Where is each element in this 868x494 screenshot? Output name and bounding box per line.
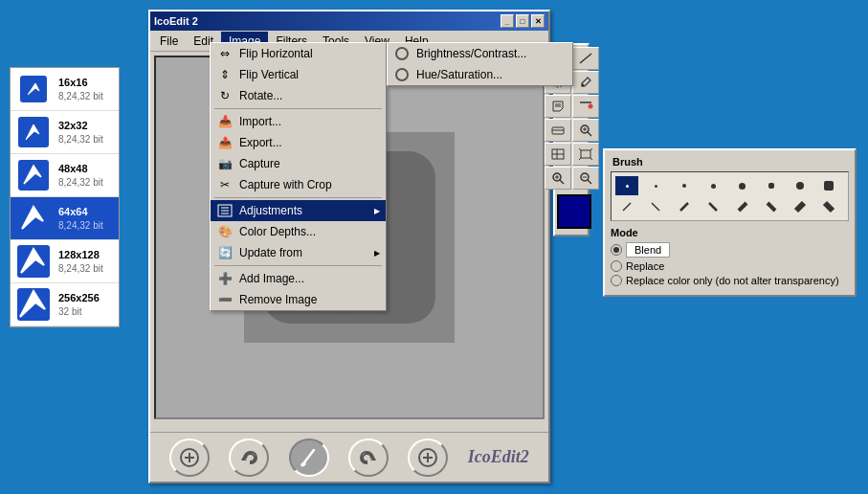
svg-line-41 [590,148,592,150]
update-from-icon: 🔄 [216,245,234,260]
icon-thumb-32 [16,115,51,149]
brush-cell-15[interactable] [817,197,840,216]
brush-tool-button[interactable] [289,438,329,477]
sep3 [214,265,382,266]
mode-replace-color-option[interactable]: Replace color only (do not alter transpa… [611,275,849,286]
brush-cell-7[interactable] [817,176,840,195]
import-icon: 📥 [216,114,234,129]
dropper-tool[interactable] [572,71,599,94]
grid-tool[interactable] [545,143,571,166]
brush-cell-11[interactable] [701,197,724,216]
text-tool[interactable] [572,95,599,118]
submenu-hue[interactable]: Hue/Saturation... [388,64,572,85]
brush-cell-14[interactable] [789,197,812,216]
menu-import[interactable]: 📥 Import... [211,111,386,132]
title-bar: IcoEdit 2 _ □ ✕ [150,11,548,31]
svg-line-45 [560,180,564,184]
menu-capture[interactable]: 📷 Capture [211,153,386,174]
brush-cell-0[interactable] [615,176,638,195]
zoom-out-tool[interactable] [572,167,599,190]
mode-replace-option[interactable]: Replace [611,260,849,272]
app-logo: IcoEdit2 [468,447,529,467]
hue-dot-icon [395,68,409,81]
replace-radio[interactable] [611,260,622,272]
mode-blend-option[interactable]: Blend [611,242,849,258]
new-button[interactable] [169,438,210,477]
svg-line-24 [580,54,591,63]
icon-size-32[interactable]: 32x32 8,24,32 bit [11,111,119,154]
icon-label-128: 128x128 8,24,32 bit [58,248,103,274]
brush-cell-3[interactable] [701,176,724,195]
resize-tool[interactable] [572,143,599,166]
brush-cell-6[interactable] [789,176,812,195]
svg-line-57 [796,203,804,211]
menu-color-depths[interactable]: 🎨 Color Depths... [211,221,386,242]
flip-h-icon: ⇔ [216,46,234,61]
tool-row-6 [545,167,599,190]
redo-button[interactable] [348,438,389,477]
tool-row-4 [545,119,599,142]
fill-tool[interactable] [545,95,571,118]
brush-cell-1[interactable] [644,176,667,195]
tool-row-5 [545,143,599,166]
icon-size-128[interactable]: 128x128 8,24,32 bit [11,240,119,283]
menu-flip-vertical[interactable]: ⇕ Flip Vertical [211,64,386,85]
menu-remove-image[interactable]: ➖ Remove Image [211,289,386,310]
line-tool[interactable] [572,47,599,70]
blend-radio[interactable] [611,244,622,256]
rotate-icon: ↻ [216,88,234,103]
remove-image-icon: ➖ [216,292,234,307]
icon-size-48[interactable]: 48x48 8,24,32 bit [11,154,119,197]
menu-add-image[interactable]: ➕ Add Image... [211,268,386,289]
add-image-icon: ➕ [216,271,234,286]
svg-line-52 [652,203,659,211]
menu-update-from[interactable]: 🔄 Update from [211,242,386,263]
icon-size-256[interactable]: 256x256 32 bit [11,283,119,326]
menu-rotate[interactable]: ↻ Rotate... [211,85,386,106]
icon-label-48: 48x48 8,24,32 bit [58,162,103,188]
brush-cell-12[interactable] [731,197,754,216]
brush-cell-10[interactable] [673,197,696,216]
icon-thumb-16 [16,72,51,106]
brush-cell-5[interactable] [760,176,783,195]
flip-v-icon: ⇕ [216,67,234,82]
menu-capture-crop[interactable]: ✂ Capture with Crop [211,174,386,195]
svg-point-26 [581,84,584,87]
icon-label-16: 16x16 8,24,32 bit [58,76,103,101]
menu-file[interactable]: File [152,32,186,51]
bottom-toolbar: IcoEdit2 [150,432,548,482]
minimize-button[interactable]: _ [501,14,514,28]
replace-color-radio[interactable] [611,275,622,286]
icon-size-64[interactable]: 64x64 8,24,32 bit [11,197,119,240]
icon-size-16[interactable]: 16x16 8,24,32 bit [11,68,119,111]
menu-flip-horizontal[interactable]: ⇔ Flip Horizontal [211,43,386,64]
icon-size-panel: 16x16 8,24,32 bit 32x32 8,24,32 bit 48x4… [10,67,120,327]
undo-button[interactable] [229,438,269,477]
zoom-in-tool[interactable] [545,167,571,190]
close-button[interactable]: ✕ [531,14,545,28]
brush-cell-2[interactable] [673,176,696,195]
brush-grid [611,171,849,221]
zoom-tool[interactable] [572,119,599,142]
color-depths-icon: 🎨 [216,224,234,239]
brush-cell-4[interactable] [731,176,754,195]
brush-cell-8[interactable] [615,197,638,216]
save-button[interactable] [408,438,448,477]
export-icon: 📤 [216,135,234,150]
brush-panel: Brush [603,148,857,297]
brush-cell-9[interactable] [644,197,667,216]
capture-icon: 📷 [216,156,234,171]
icon-thumb-64 [16,201,51,236]
svg-line-51 [623,203,631,211]
icon-label-256: 256x256 32 bit [58,291,100,317]
image-dropdown-menu: ⇔ Flip Horizontal ⇕ Flip Vertical ↻ Rota… [210,42,387,311]
menu-export[interactable]: 📤 Export... [211,132,386,153]
maximize-button[interactable]: □ [516,14,529,28]
svg-line-53 [680,203,688,211]
submenu-brightness[interactable]: Brightness/Contrast... [388,43,572,64]
capture-crop-icon: ✂ [216,177,234,192]
color-swatch[interactable] [557,194,591,229]
eraser-tool[interactable] [545,119,571,142]
menu-adjustments[interactable]: Adjustments [211,200,386,221]
brush-cell-13[interactable] [760,197,783,216]
